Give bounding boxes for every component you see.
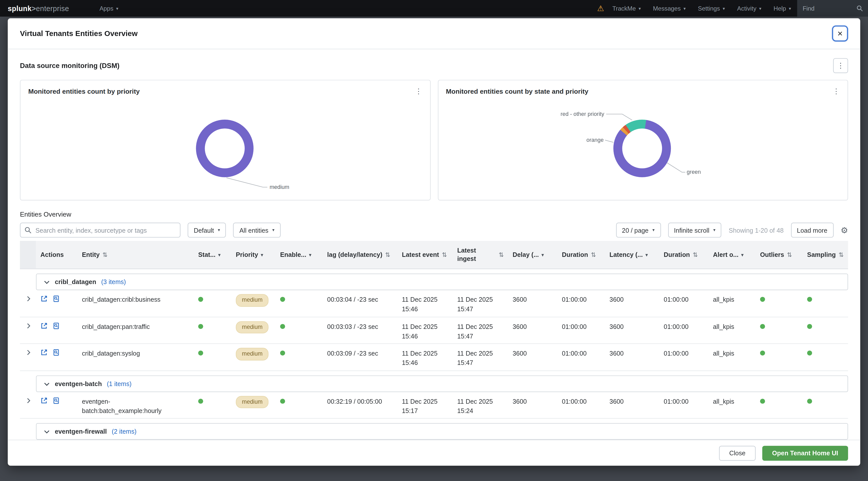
delay-value: 3600 [508, 290, 558, 316]
column-header-enabled[interactable]: Enable...▾ [276, 241, 323, 269]
column-header-outliers[interactable]: Outliers⇅ [756, 241, 803, 269]
inspect-entity-icon[interactable] [53, 322, 60, 332]
group-count-link[interactable]: (3 items) [101, 278, 126, 285]
column-header-latency[interactable]: Latency (...▾ [605, 241, 659, 269]
close-footer-button[interactable]: Close [719, 446, 755, 460]
inspect-entity-icon[interactable] [53, 349, 60, 359]
sampling-cell [803, 344, 848, 370]
group-header[interactable]: cribl_datagen(3 items) [36, 273, 848, 290]
latest-event-value: 11 Dec 2025 15:17 [398, 392, 453, 418]
column-header-delay[interactable]: Delay (...▾ [508, 241, 558, 269]
outliers-dot [760, 398, 765, 403]
latest-ingest-value: 11 Dec 2025 15:47 [453, 290, 508, 316]
group-header[interactable]: eventgen-batch(1 items) [36, 375, 848, 392]
sampling-dot [807, 297, 812, 302]
status-cell [194, 317, 231, 343]
column-header-status[interactable]: Stat...▾ [194, 241, 231, 269]
chevron-down-icon[interactable] [44, 379, 50, 389]
duration2-value: 01:00:00 [659, 290, 709, 316]
column-header-duration[interactable]: Duration⇅ [557, 241, 605, 269]
search-icon [24, 227, 32, 234]
lag-value: 00:03:09 / -23 sec [323, 344, 398, 370]
open-external-icon[interactable] [40, 397, 48, 407]
sampling-cell [803, 290, 848, 316]
chevron-down-icon[interactable] [44, 277, 50, 287]
chevron-down-icon: ▾ [683, 6, 686, 11]
toolbar-right: 20 / page▾ Infinite scroll▾ Showing 1-20… [616, 222, 848, 238]
lag-value: 00:03:04 / -23 sec [323, 290, 398, 316]
panel-kebab-menu-button[interactable]: ⋮ [830, 86, 842, 96]
search-input[interactable] [20, 222, 181, 238]
close-button[interactable]: × [832, 25, 848, 41]
status-dot [198, 324, 203, 329]
column-header-latest_event[interactable]: Latest event⇅ [398, 241, 453, 269]
outliers-dot [760, 351, 765, 356]
column-header-alert[interactable]: Alert o...▾ [709, 241, 756, 269]
find-search[interactable] [797, 0, 868, 17]
sampling-cell [803, 317, 848, 343]
nav-activity-menu[interactable]: Activity▾ [731, 0, 768, 17]
nav-settings-menu[interactable]: Settings▾ [692, 0, 731, 17]
delay-value: 3600 [508, 317, 558, 343]
nav-apps-menu[interactable]: Apps▾ [93, 0, 124, 17]
expand-row-chevron-icon[interactable] [20, 290, 36, 316]
panel-count-by-state-priority: Monitored entities count by state and pr… [437, 80, 848, 201]
group-count-link[interactable]: (2 items) [112, 428, 136, 435]
entity-group-eventgen-batch: eventgen-batch(1 items)eventgen-batch:ba… [20, 375, 848, 419]
showing-count-label: Showing 1-20 of 48 [729, 227, 784, 233]
donut-chart-state-priority[interactable] [613, 120, 671, 177]
enabled-cell [276, 290, 323, 316]
nav-trackme-menu[interactable]: TrackMe▾ [606, 0, 647, 17]
group-name: eventgen-batch [55, 380, 102, 387]
virtual-tenants-modal: Virtual Tenants Entities Overview × Data… [8, 19, 860, 466]
panel-title: Monitored entities count by priority [21, 80, 430, 95]
open-external-icon[interactable] [40, 349, 48, 359]
nav-messages-menu[interactable]: Messages▾ [647, 0, 692, 17]
group-header[interactable]: eventgen-firewall(2 items) [36, 423, 848, 440]
expand-row-chevron-icon[interactable] [20, 317, 36, 343]
kebab-icon: ⋮ [837, 61, 844, 70]
dsm-kebab-menu-button[interactable]: ⋮ [833, 58, 848, 73]
priority-cell: medium [231, 290, 276, 316]
modal-title: Virtual Tenants Entities Overview [20, 29, 137, 38]
gear-icon[interactable]: ⚙ [841, 225, 848, 235]
group-count-link[interactable]: (1 items) [107, 380, 131, 387]
open-external-icon[interactable] [40, 295, 48, 305]
lag-value: 00:03:03 / -23 sec [323, 317, 398, 343]
filter-caret-icon: ▾ [741, 252, 743, 258]
chevron-down-icon[interactable] [44, 426, 50, 437]
column-header-duration2[interactable]: Duration⇅ [659, 241, 709, 269]
column-header-sampling[interactable]: Sampling⇅ [803, 241, 848, 269]
open-external-icon[interactable] [40, 322, 48, 332]
column-header-priority[interactable]: Priority▾ [231, 241, 276, 269]
priority-badge: medium [236, 321, 269, 333]
priority-badge: medium [236, 396, 269, 408]
expand-row-chevron-icon[interactable] [20, 392, 36, 418]
all-entities-dropdown[interactable]: All entities▾ [234, 222, 281, 238]
expand-row-chevron-icon[interactable] [20, 344, 36, 370]
load-more-button[interactable]: Load more [791, 222, 833, 238]
inspect-entity-icon[interactable] [53, 397, 60, 407]
warning-icon[interactable]: ⚠ [597, 4, 604, 12]
open-tenant-home-button[interactable]: Open Tenant Home UI [762, 446, 848, 460]
column-header-entity[interactable]: Entity⇅ [78, 241, 194, 269]
outliers-cell [756, 317, 803, 343]
enabled-dot [280, 297, 285, 302]
nav-right: ⚠ TrackMe▾ Messages▾ Settings▾ Activity▾… [597, 0, 868, 17]
panel-kebab-menu-button[interactable]: ⋮ [412, 86, 424, 96]
splunk-logo[interactable]: splunk>enterprise [8, 4, 69, 12]
chart-label-orange: orange [554, 137, 604, 143]
default-view-dropdown[interactable]: Default▾ [188, 222, 226, 238]
enabled-dot [280, 398, 285, 403]
donut-chart-priority[interactable] [196, 120, 253, 177]
column-header-lag[interactable]: lag (delay/latency)⇅ [323, 241, 398, 269]
column-header-latest_ingest[interactable]: Latest ingest⇅ [453, 241, 508, 269]
chevron-down-icon: ▾ [218, 228, 220, 233]
scroll-mode-dropdown[interactable]: Infinite scroll▾ [668, 222, 721, 238]
page-size-dropdown[interactable]: 20 / page▾ [616, 222, 660, 238]
status-cell [194, 344, 231, 370]
duration2-value: 01:00:00 [659, 392, 709, 418]
panel-count-by-priority: Monitored entities count by priority ⋮ m… [20, 80, 431, 201]
nav-help-menu[interactable]: Help▾ [768, 0, 797, 17]
inspect-entity-icon[interactable] [53, 295, 60, 305]
